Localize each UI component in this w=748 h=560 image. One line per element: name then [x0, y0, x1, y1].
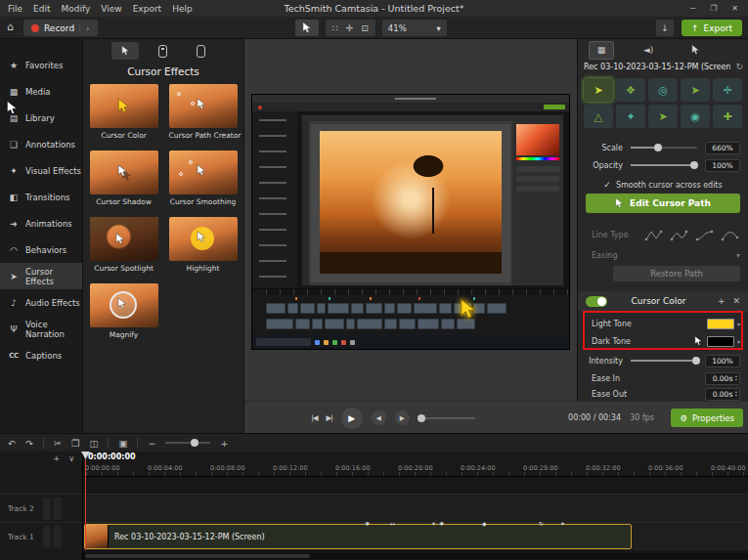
- download-button[interactable]: ↓: [656, 20, 674, 36]
- effect-cursor-shadow[interactable]: [90, 151, 158, 194]
- track-controls[interactable]: [54, 497, 62, 520]
- track-controls[interactable]: [43, 497, 51, 520]
- pan-tool-icon[interactable]: ✛: [346, 23, 354, 33]
- timeline-zoom-slider[interactable]: [165, 442, 210, 444]
- light-tone-swatch[interactable]: [707, 319, 734, 329]
- smooth-cursor-checkbox-label[interactable]: Smooth cursor across edits: [616, 181, 723, 190]
- menu-file[interactable]: File: [8, 4, 22, 14]
- add-track-icon[interactable]: +: [53, 454, 60, 463]
- easing-dropdown-caret-icon[interactable]: ▾: [736, 251, 740, 260]
- cursor-color-toggle[interactable]: [586, 296, 607, 307]
- cursor-effect-tile[interactable]: ❖: [616, 78, 645, 102]
- sidebar-item-annotations[interactable]: ❏Annotations: [0, 131, 82, 157]
- cursor-marker-icon[interactable]: ✦: [431, 520, 436, 527]
- cursor-marker-icon[interactable]: ↔: [390, 520, 395, 527]
- scrollbar-thumb[interactable]: [85, 554, 310, 558]
- playhead-line[interactable]: [85, 459, 86, 550]
- tab-cursor-properties[interactable]: [683, 42, 707, 59]
- tab-audio-properties[interactable]: ◄): [637, 42, 660, 59]
- tab-cursor[interactable]: [111, 42, 139, 60]
- sidebar-item-captions[interactable]: CCCaptions: [0, 342, 82, 368]
- screenshot-icon[interactable]: ▣: [118, 438, 127, 449]
- screen-recording-clip[interactable]: Rec 03-10-2023-03-15-12-PM (Screen): [84, 524, 632, 549]
- cut-icon[interactable]: ✂: [54, 438, 62, 449]
- close-button[interactable]: ✕: [731, 4, 738, 13]
- minimize-button[interactable]: ─: [690, 4, 695, 13]
- cursor-effect-tile[interactable]: ✛: [713, 78, 742, 102]
- cursor-marker-icon[interactable]: ◆: [482, 520, 487, 527]
- chevron-down-icon[interactable]: ▾: [737, 321, 740, 327]
- sidebar-item-animations[interactable]: ➜Animations: [0, 210, 82, 237]
- tab-touch-left[interactable]: [150, 42, 177, 60]
- sidebar-item-behaviors[interactable]: ◠Behaviors: [0, 237, 82, 263]
- chevron-down-icon[interactable]: ▾: [737, 338, 740, 345]
- maximize-button[interactable]: ❐: [710, 4, 717, 13]
- cursor-effect-tile[interactable]: ✦: [616, 105, 645, 128]
- sidebar-item-transitions[interactable]: ◧Transitions: [0, 184, 82, 210]
- line-type-arc-icon[interactable]: [721, 229, 739, 241]
- intensity-value-box[interactable]: 100%: [705, 355, 740, 367]
- cursor-effect-tile[interactable]: ➤: [681, 78, 710, 102]
- ease-in-value-box[interactable]: 0.00s▴▾: [705, 372, 740, 385]
- cursor-effect-tile[interactable]: ➤: [584, 78, 613, 102]
- sidebar-item-audio-effects[interactable]: ♪Audio Effects: [0, 289, 82, 316]
- refresh-icon[interactable]: ↻: [735, 62, 743, 71]
- sidebar-item-visual-effects[interactable]: ✦Visual Effects: [0, 157, 82, 184]
- opacity-slider[interactable]: [631, 164, 697, 166]
- crop-tool-icon[interactable]: ⊡: [361, 23, 369, 33]
- video-frame[interactable]: [252, 95, 569, 349]
- intensity-slider[interactable]: [631, 360, 697, 362]
- checkbox-checked-icon[interactable]: ✓: [603, 180, 611, 190]
- line-type-sharp-icon[interactable]: [644, 229, 663, 241]
- track-controls[interactable]: [54, 526, 62, 548]
- sidebar-item-favorites[interactable]: ★Favorites: [0, 52, 82, 78]
- edit-cursor-path-button[interactable]: Edit Cursor Path: [586, 194, 740, 213]
- copy-icon[interactable]: ❐: [71, 438, 80, 449]
- menu-view[interactable]: View: [101, 4, 121, 14]
- cursor-effect-tile[interactable]: ◎: [648, 78, 678, 102]
- add-icon[interactable]: +: [718, 296, 726, 306]
- play-button[interactable]: ▶: [341, 408, 363, 429]
- cursor-marker-icon[interactable]: ❖: [439, 520, 444, 527]
- tab-media-properties[interactable]: ▦: [590, 42, 613, 59]
- canvas-zoom-dropdown[interactable]: 41% ▾: [382, 20, 447, 36]
- properties-button[interactable]: ⚙ Properties: [671, 409, 743, 427]
- cursor-effect-tile[interactable]: △: [584, 105, 613, 128]
- home-icon[interactable]: ⌂: [7, 21, 14, 33]
- menu-modify[interactable]: Modify: [62, 4, 91, 14]
- zoom-slider-handle[interactable]: [191, 439, 198, 447]
- step-forward-button[interactable]: ▶|: [327, 413, 332, 422]
- zoom-out-icon[interactable]: −: [148, 438, 155, 449]
- scale-value-box[interactable]: 660%: [705, 142, 740, 154]
- redo-icon[interactable]: ↷: [25, 438, 33, 449]
- record-button[interactable]: Record ›: [23, 20, 98, 36]
- tab-touch-right[interactable]: [188, 42, 215, 60]
- undo-icon[interactable]: ↶: [8, 438, 16, 449]
- restore-path-button[interactable]: Restore Path: [613, 266, 740, 281]
- track-2-lane[interactable]: [83, 494, 748, 522]
- ease-out-value-box[interactable]: 0.00s▴▾: [705, 388, 740, 401]
- scrubber-handle[interactable]: [418, 414, 425, 422]
- opacity-value-box[interactable]: 100%: [705, 159, 740, 172]
- menu-edit[interactable]: Edit: [33, 4, 50, 14]
- cursor-effect-tile[interactable]: ➤: [648, 105, 678, 128]
- jump-back-button[interactable]: ◀: [372, 410, 386, 425]
- split-icon[interactable]: ◫: [89, 438, 98, 449]
- dark-tone-swatch[interactable]: [707, 336, 734, 347]
- sidebar-item-voice-narration[interactable]: ΨVoice Narration: [0, 316, 82, 342]
- effect-magnify[interactable]: [90, 283, 158, 327]
- line-type-curved-icon[interactable]: [670, 229, 688, 241]
- cursor-marker-icon[interactable]: ↻: [539, 520, 544, 527]
- cursor-marker-icon[interactable]: ✦: [560, 520, 565, 527]
- cursor-effect-tile[interactable]: ✚: [713, 105, 742, 128]
- menu-export[interactable]: Export: [133, 4, 161, 14]
- track-1-lane[interactable]: Rec 03-10-2023-03-15-12-PM (Screen) ❖ ↔ …: [83, 522, 748, 550]
- cursor-effect-tile[interactable]: ◉: [681, 105, 710, 128]
- close-icon[interactable]: ✕: [732, 296, 740, 306]
- effect-cursor-color[interactable]: [90, 84, 158, 128]
- jump-forward-button[interactable]: ▶: [395, 410, 410, 425]
- collapse-tracks-icon[interactable]: ∨: [68, 454, 74, 463]
- record-chevron-icon[interactable]: ›: [79, 23, 90, 33]
- export-button[interactable]: ↑ Export: [682, 20, 742, 36]
- preview-scrubber[interactable]: [418, 417, 475, 419]
